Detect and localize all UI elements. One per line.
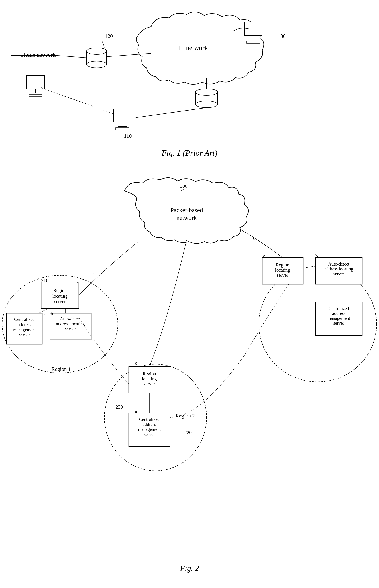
packet-network-label2: network xyxy=(176,214,197,221)
c-label-r1-to-cloud: c xyxy=(93,270,95,275)
c-label-r3-to-cloud: c xyxy=(253,235,255,241)
label-230: 230 xyxy=(115,404,123,410)
svg-point-2 xyxy=(87,61,107,68)
svg-rect-13 xyxy=(113,109,131,122)
server-below-cloud xyxy=(195,89,218,108)
home-network-label: Home network xyxy=(21,51,56,58)
region1-locating-text1: Region xyxy=(53,288,67,293)
svg-line-4 xyxy=(102,41,104,48)
region3-central-text2: address xyxy=(332,311,346,316)
region3-label-a: a xyxy=(316,300,318,305)
region2-central-text3: management xyxy=(138,427,161,432)
svg-line-5 xyxy=(58,56,87,58)
fig1-caption: Fig. 1 (Prior Art) xyxy=(161,149,217,157)
region3-central-text3: management xyxy=(328,316,350,321)
region3-label-c: c xyxy=(263,253,265,259)
region1-locating-text3: server xyxy=(54,299,65,304)
svg-rect-16 xyxy=(115,128,129,130)
region1-auto-text1: Auto-detect xyxy=(60,317,81,321)
svg-rect-23 xyxy=(244,22,262,35)
figure-2: Packet-based network 300 Region 1 Region… xyxy=(0,173,379,577)
fig2-caption: Fig. 2 xyxy=(180,564,199,573)
region1-label-b: b xyxy=(51,311,53,317)
region2-central-text4: server xyxy=(144,432,155,437)
region1-central-text3: management xyxy=(13,327,36,332)
region3-central-text4: server xyxy=(333,321,344,326)
region2-label-c: c xyxy=(135,360,137,366)
fig2-svg: Packet-based network 300 Region 1 Region… xyxy=(0,173,379,577)
region1-auto-text3: server xyxy=(65,326,76,331)
region2-locating-text1: Region xyxy=(143,371,156,376)
region3-locating-text2: locating xyxy=(275,267,290,273)
region1-central-text4: server xyxy=(19,332,30,337)
label-220: 220 xyxy=(184,430,192,435)
region1-label: Region 1 xyxy=(51,366,71,372)
region2-label-a: a xyxy=(135,409,137,415)
region2-locating-text3: server xyxy=(143,381,155,387)
svg-line-22 xyxy=(136,108,207,118)
region1-central-text1: Centralized xyxy=(14,317,35,322)
region3-locating-text1: Region xyxy=(276,262,289,268)
label-300: 300 xyxy=(180,183,187,189)
svg-point-3 xyxy=(87,48,107,54)
region1-auto-text2: address locating xyxy=(56,321,85,326)
packet-network-label: Packet-based xyxy=(170,207,203,213)
svg-point-21 xyxy=(195,89,218,95)
node-110-computer xyxy=(113,109,131,130)
home-computer xyxy=(27,75,45,97)
region3-auto-text3: server xyxy=(333,271,344,276)
svg-rect-26 xyxy=(247,41,260,43)
svg-point-20 xyxy=(195,101,218,108)
region2-locating-text2: locating xyxy=(142,376,157,381)
label-210: 210 xyxy=(41,278,48,283)
region2-label: Region 2 xyxy=(175,413,195,419)
router-120 xyxy=(87,48,107,68)
region3-locating-text3: server xyxy=(277,272,288,278)
svg-rect-11 xyxy=(29,94,42,97)
region2-central-text1: Centralized xyxy=(139,417,159,422)
fig1-svg: IP network 120 Home network xyxy=(0,9,379,160)
svg-line-12 xyxy=(41,88,125,118)
ip-network-label: IP network xyxy=(179,44,208,51)
label-120: 120 xyxy=(105,33,113,39)
region3-label-b: b xyxy=(316,253,318,259)
label-130: 130 xyxy=(278,33,286,39)
label-110: 110 xyxy=(124,133,131,139)
region1-label-c: c xyxy=(76,280,78,285)
region3-auto-text2: address locating xyxy=(324,267,353,271)
region2-central-text2: address xyxy=(143,422,156,427)
region1-label-a: a xyxy=(45,311,47,317)
region1-locating-text2: locating xyxy=(52,293,67,299)
svg-rect-8 xyxy=(27,75,45,89)
figure-1: IP network 120 Home network xyxy=(0,9,379,160)
region1-central-text2: address xyxy=(18,322,31,327)
region3-central-text1: Centralized xyxy=(329,306,349,311)
region3-auto-text1: Auto-detect xyxy=(328,262,349,267)
